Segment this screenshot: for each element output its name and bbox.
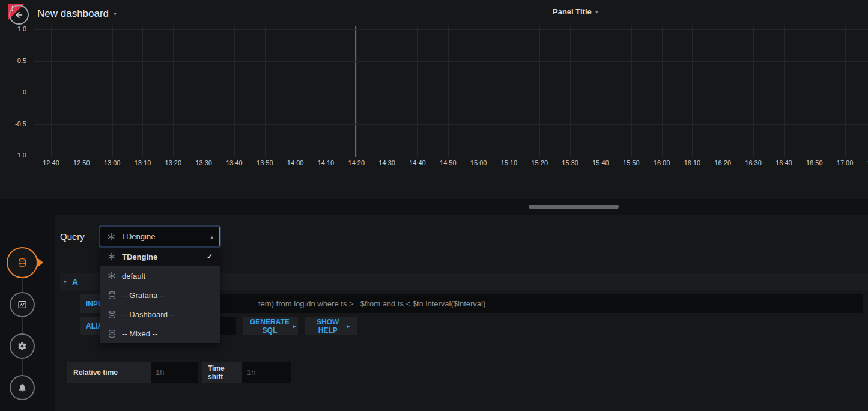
- x-axis-tick-label: 16:30: [745, 159, 762, 166]
- chevron-down-icon: ▾: [114, 11, 117, 17]
- grid-line-vertical: [173, 26, 174, 157]
- active-tab-arrow: [37, 258, 43, 267]
- arrow-left-icon: [14, 10, 24, 20]
- panel-title[interactable]: Panel Title ▾: [553, 7, 598, 16]
- y-axis-tick-label: -0.5: [0, 120, 26, 127]
- grid-line-vertical: [601, 26, 601, 157]
- grid-line-vertical: [296, 26, 296, 157]
- x-axis-tick-label: 14:20: [348, 159, 365, 166]
- x-axis-tick-label: 17:00: [837, 159, 854, 166]
- grid-line-vertical: [753, 26, 754, 157]
- datasource-option-label: default: [122, 272, 145, 281]
- query-letter: A: [72, 277, 78, 287]
- datasource-option-label: TDengine: [122, 252, 157, 261]
- grid-line-vertical: [326, 26, 326, 157]
- database-icon: [17, 255, 27, 270]
- x-axis-tick-label: 14:50: [440, 159, 457, 166]
- sql-text: tem) from log.dn where ts >= $from and t…: [258, 294, 485, 313]
- x-axis-tick-label: 13:00: [104, 159, 121, 166]
- grid-line-horizontal: [34, 93, 868, 93]
- show-help-button[interactable]: SHOW HELP ▸: [305, 317, 357, 335]
- grid-line-vertical: [112, 26, 113, 157]
- database-icon: [107, 329, 117, 338]
- x-axis-tick-label: 15:50: [623, 159, 640, 166]
- y-axis-tick-label: 0.5: [0, 57, 26, 64]
- sidebar-item-queries[interactable]: [7, 247, 38, 278]
- chart-icon: [17, 299, 27, 311]
- tdengine-icon: [106, 233, 116, 241]
- datasource-option-label: -- Grafana --: [122, 291, 165, 300]
- x-axis-tick-label: 12:50: [73, 159, 90, 166]
- grid-line-horizontal: [34, 29, 868, 30]
- horizontal-scrollbar[interactable]: [529, 205, 619, 209]
- x-axis-tick-label: 14:10: [318, 159, 335, 166]
- x-axis-tick-label: 13:40: [226, 159, 243, 166]
- panel-title-text: Panel Title: [553, 7, 592, 16]
- grid-line-vertical: [845, 26, 846, 157]
- query-section-label: Query: [60, 231, 85, 242]
- grid-line-vertical: [509, 26, 509, 157]
- grid-line-vertical: [356, 26, 357, 157]
- y-axis-tick-label: 1.0: [0, 25, 26, 32]
- grid-line-vertical: [448, 26, 449, 157]
- grid-line-vertical: [662, 26, 663, 157]
- sidebar-item-alert[interactable]: [10, 375, 35, 400]
- datasource-option[interactable]: -- Mixed --: [100, 324, 220, 343]
- datasource-picker[interactable]: TDengine ▴: [100, 227, 220, 246]
- datasource-option-label: -- Dashboard --: [122, 310, 175, 319]
- datasource-option[interactable]: TDengine✓: [100, 247, 220, 266]
- datasource-option[interactable]: -- Grafana --: [100, 285, 220, 305]
- chart-plot[interactable]: 1.00.50-0.5-1.012:4012:5013:0013:1013:20…: [0, 0, 868, 199]
- tdengine-icon: [107, 272, 117, 280]
- x-axis-tick-label: 16:50: [806, 159, 823, 166]
- x-axis-tick-label: 15:00: [470, 159, 487, 166]
- sql-input[interactable]: tem) from log.dn where ts >= $from and t…: [135, 294, 863, 313]
- sidebar-item-general[interactable]: [10, 333, 35, 359]
- query-editor: Query TDengine ▴ ▾ A INPUT tem) from log…: [55, 215, 868, 411]
- grid-line-vertical: [570, 26, 571, 157]
- back-button[interactable]: [9, 5, 29, 25]
- grid-line-vertical: [234, 26, 235, 157]
- relative-time-input[interactable]: [151, 362, 198, 383]
- grid-line-vertical: [51, 26, 52, 157]
- bell-icon: [17, 382, 27, 394]
- database-icon: [107, 291, 117, 300]
- x-axis-tick-label: 16:40: [775, 159, 792, 166]
- chevron-down-icon: ▾: [595, 9, 598, 15]
- chevron-up-icon: ▴: [210, 234, 213, 240]
- x-axis-tick-label: 15:20: [532, 159, 548, 166]
- generate-sql-button[interactable]: GENERATE SQL ▸: [243, 317, 298, 335]
- dashboard-title-text: New dashboard: [37, 8, 109, 20]
- x-axis-tick-label: 13:20: [165, 159, 182, 166]
- query-options-row: Relative time Time shift: [55, 362, 291, 383]
- grid-line-vertical: [265, 26, 266, 157]
- caret-right-icon: ▸: [347, 323, 350, 329]
- grid-line-horizontal: [34, 124, 868, 125]
- x-axis-tick-label: 14:30: [378, 159, 395, 166]
- grid-line-vertical: [142, 26, 143, 157]
- x-axis-tick-label: 15:40: [592, 159, 609, 166]
- grid-line-vertical: [387, 26, 387, 157]
- grid-line-vertical: [784, 26, 785, 157]
- x-axis-tick-label: 16:00: [654, 159, 670, 166]
- time-shift-label: Time shift: [202, 362, 242, 383]
- x-axis-tick-label: 13:50: [256, 159, 273, 166]
- datasource-option[interactable]: -- Dashboard --: [100, 305, 220, 324]
- sidebar-item-visualization[interactable]: [10, 292, 35, 317]
- y-axis-tick-label: 0: [0, 88, 26, 96]
- editor-tabs-connector: [22, 263, 23, 388]
- datasource-option[interactable]: default: [100, 266, 220, 285]
- datasource-option-label: -- Mixed --: [122, 329, 157, 338]
- time-shift-input[interactable]: [242, 362, 291, 383]
- tdengine-icon: [107, 252, 117, 261]
- grid-line-vertical: [479, 26, 479, 157]
- dashboard-title[interactable]: New dashboard ▾: [37, 8, 117, 20]
- gear-icon: [17, 340, 27, 352]
- x-axis-tick-label: 14:00: [287, 159, 304, 166]
- dashboard-top-area: 1.00.50-0.5-1.012:4012:5013:0013:1013:20…: [0, 0, 868, 199]
- grid-line-horizontal: [34, 156, 868, 156]
- time-marker-line: [355, 26, 356, 157]
- x-axis-tick-label: 15:30: [562, 159, 578, 166]
- grid-line-vertical: [723, 26, 723, 157]
- chevron-down-icon: ▾: [64, 279, 67, 285]
